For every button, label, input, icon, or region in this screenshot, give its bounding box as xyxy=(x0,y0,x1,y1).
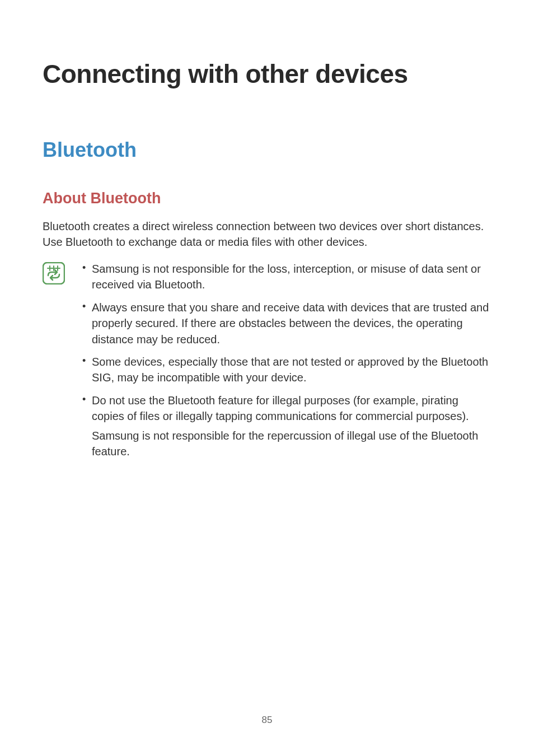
note-text: Always ensure that you share and receive… xyxy=(92,301,489,346)
section-heading-bluetooth: Bluetooth xyxy=(43,138,491,162)
note-icon xyxy=(43,262,65,287)
intro-paragraph: Bluetooth creates a direct wireless conn… xyxy=(43,218,491,250)
note-item: Some devices, especially those that are … xyxy=(79,354,491,386)
note-subtext: Samsung is not responsible for the reper… xyxy=(92,428,491,460)
note-section: Samsung is not responsible for the loss,… xyxy=(43,261,491,466)
note-text: Do not use the Bluetooth feature for ill… xyxy=(92,394,469,422)
subsection-heading-about-bluetooth: About Bluetooth xyxy=(43,190,491,207)
note-text: Samsung is not responsible for the loss,… xyxy=(92,263,481,291)
note-item: Samsung is not responsible for the loss,… xyxy=(79,261,491,293)
page-number: 85 xyxy=(0,715,534,726)
note-list: Samsung is not responsible for the loss,… xyxy=(79,261,491,466)
note-text: Some devices, especially those that are … xyxy=(92,356,488,384)
note-item: Always ensure that you share and receive… xyxy=(79,300,491,347)
note-item: Do not use the Bluetooth feature for ill… xyxy=(79,393,491,460)
page-title: Connecting with other devices xyxy=(43,59,491,89)
